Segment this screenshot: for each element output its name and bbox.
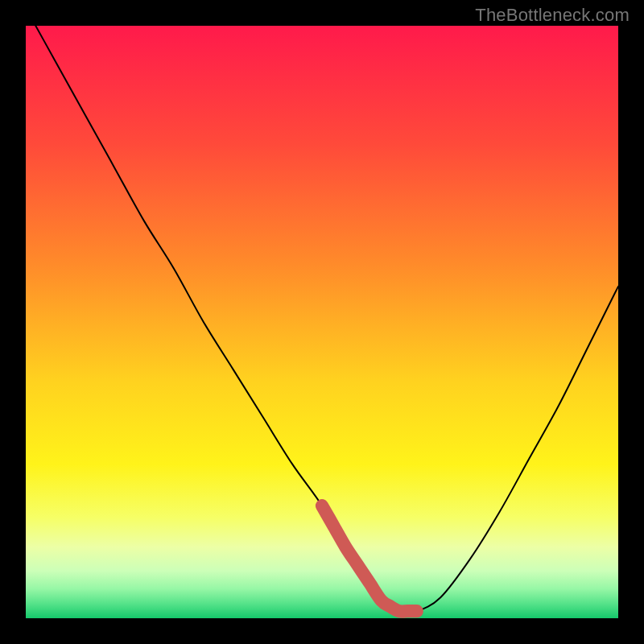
gradient-background <box>26 26 618 618</box>
bottleneck-chart <box>26 26 618 618</box>
highlight-dot <box>316 500 328 512</box>
attribution-text: TheBottleneck.com <box>475 5 630 26</box>
chart-frame: TheBottleneck.com <box>0 0 644 644</box>
plot-area <box>26 26 618 618</box>
